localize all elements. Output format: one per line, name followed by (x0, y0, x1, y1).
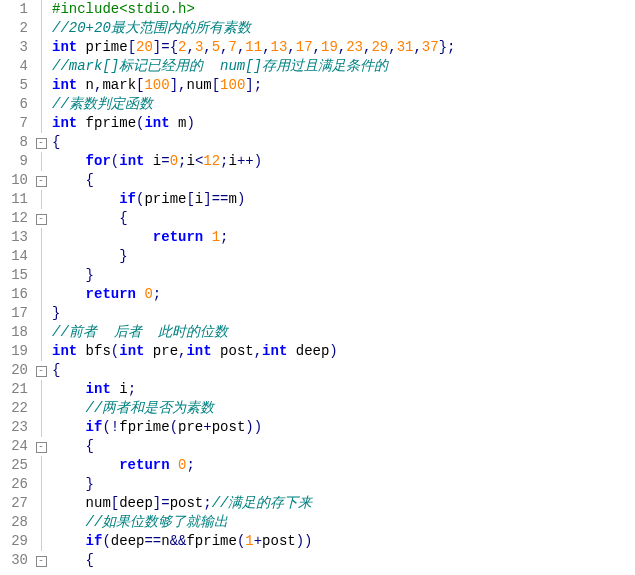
fold-marker (34, 475, 48, 494)
line-number: 23 (4, 418, 28, 437)
line-number: 26 (4, 475, 28, 494)
line-number: 7 (4, 114, 28, 133)
code-line[interactable]: num[deep]=post;//满足的存下来 (52, 494, 635, 513)
fold-marker (34, 190, 48, 209)
code-line[interactable]: } (52, 247, 635, 266)
code-line[interactable]: int i; (52, 380, 635, 399)
token-id: num (186, 77, 211, 93)
line-number: 13 (4, 228, 28, 247)
fold-marker (34, 304, 48, 323)
token-num: 20 (136, 39, 153, 55)
code-line[interactable]: { (52, 551, 635, 570)
code-line[interactable]: #include<stdio.h> (52, 0, 635, 19)
token-kw: int (186, 343, 211, 359)
token-id: fprime (119, 419, 169, 435)
token-op: , (413, 39, 421, 55)
fold-marker[interactable]: - (34, 437, 48, 456)
code-line[interactable]: for(int i=0;i<12;i++) (52, 152, 635, 171)
line-number: 19 (4, 342, 28, 361)
token-op: { (52, 134, 60, 150)
code-line[interactable]: if(!fprime(pre+post)) (52, 418, 635, 437)
fold-marker[interactable]: - (34, 551, 48, 570)
code-line[interactable]: //素数判定函数 (52, 95, 635, 114)
line-number: 2 (4, 19, 28, 38)
token-id: prime (144, 191, 186, 207)
code-line[interactable]: return 1; (52, 228, 635, 247)
fold-marker[interactable]: - (34, 209, 48, 228)
line-number: 14 (4, 247, 28, 266)
fold-marker (34, 0, 48, 19)
fold-marker (34, 494, 48, 513)
token-id: i (229, 153, 237, 169)
code-line[interactable]: //20+20最大范围内的所有素数 (52, 19, 635, 38)
token-op: { (52, 172, 94, 188)
token-id: i (195, 191, 203, 207)
code-line[interactable]: return 0; (52, 456, 635, 475)
code-line[interactable]: //mark[]标记已经用的 num[]存用过且满足条件的 (52, 57, 635, 76)
token-num: 29 (371, 39, 388, 55)
token-op: , (220, 39, 228, 55)
fold-marker[interactable]: - (34, 361, 48, 380)
token-id (52, 457, 119, 473)
token-num: 11 (245, 39, 262, 55)
token-kw: int (144, 115, 169, 131)
line-number: 6 (4, 95, 28, 114)
token-id: num (52, 495, 111, 511)
token-kw: int (119, 343, 144, 359)
line-number: 17 (4, 304, 28, 323)
code-line[interactable]: { (52, 171, 635, 190)
code-line[interactable]: } (52, 266, 635, 285)
token-num: 0 (144, 286, 152, 302)
line-number: 12 (4, 209, 28, 228)
token-op: ( (111, 343, 119, 359)
token-op: , (388, 39, 396, 55)
token-id (52, 191, 119, 207)
token-op: ], (170, 77, 187, 93)
code-line[interactable]: //两者和是否为素数 (52, 399, 635, 418)
token-cm: //如果位数够了就输出 (86, 514, 229, 530)
fold-marker[interactable]: - (34, 171, 48, 190)
line-number: 8 (4, 133, 28, 152)
token-id (52, 533, 86, 549)
fold-marker (34, 532, 48, 551)
line-number: 11 (4, 190, 28, 209)
code-line[interactable]: { (52, 361, 635, 380)
token-id: m (170, 115, 187, 131)
token-op: } (52, 305, 60, 321)
line-number: 5 (4, 76, 28, 95)
code-line[interactable]: if(prime[i]==m) (52, 190, 635, 209)
token-op: [ (186, 191, 194, 207)
token-id: pre (178, 419, 203, 435)
fold-marker[interactable]: - (34, 133, 48, 152)
code-line[interactable]: //前者 后者 此时的位数 (52, 323, 635, 342)
fold-marker (34, 38, 48, 57)
token-kw: int (52, 343, 77, 359)
line-number: 9 (4, 152, 28, 171)
token-op: [ (212, 77, 220, 93)
token-kw: int (262, 343, 287, 359)
token-op: ++) (237, 153, 262, 169)
token-kw: int (52, 77, 77, 93)
token-op: ; (128, 381, 136, 397)
token-num: 19 (321, 39, 338, 55)
code-line[interactable]: int n,mark[100],num[100]; (52, 76, 635, 95)
code-line[interactable]: if(deep==n&&fprime(1+post)) (52, 532, 635, 551)
token-cm: //满足的存下来 (212, 495, 313, 511)
code-line[interactable]: int prime[20]={2,3,5,7,11,13,17,19,23,29… (52, 38, 635, 57)
line-number: 10 (4, 171, 28, 190)
code-line[interactable]: } (52, 304, 635, 323)
token-kw: return (153, 229, 203, 245)
code-line[interactable]: //如果位数够了就输出 (52, 513, 635, 532)
code-line[interactable]: int bfs(int pre,int post,int deep) (52, 342, 635, 361)
line-number: 4 (4, 57, 28, 76)
code-line[interactable]: int fprime(int m) (52, 114, 635, 133)
token-id (52, 286, 86, 302)
token-num: 5 (212, 39, 220, 55)
token-id (52, 381, 86, 397)
code-line[interactable]: { (52, 133, 635, 152)
code-line[interactable]: { (52, 209, 635, 228)
code-line[interactable]: { (52, 437, 635, 456)
code-line[interactable]: } (52, 475, 635, 494)
code-line[interactable]: return 0; (52, 285, 635, 304)
code-area[interactable]: #include<stdio.h>//20+20最大范围内的所有素数int pr… (48, 0, 635, 570)
